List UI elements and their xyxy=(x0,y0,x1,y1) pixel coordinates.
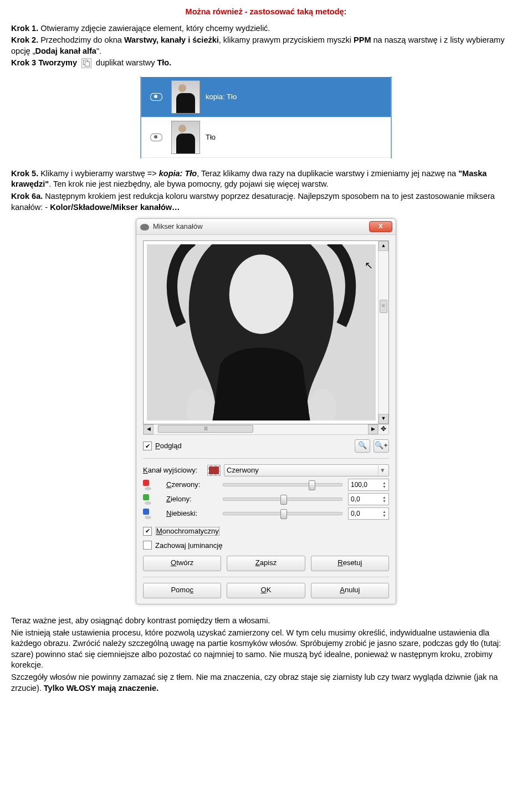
channel-color-swatch xyxy=(207,465,221,476)
scroll-right-arrow-icon[interactable]: ▶ xyxy=(368,424,378,434)
step2-text: Krok 2. Przechodzimy do okna Warstwy, ka… xyxy=(11,35,521,57)
visibility-eye-icon[interactable] xyxy=(150,93,162,101)
blue-value-input[interactable]: 0,0▲▼ xyxy=(348,507,389,520)
horizontal-scrollbar[interactable]: ◀ Ⅲ ▶ xyxy=(143,424,378,435)
dropdown-arrow-icon: ▾ xyxy=(378,465,386,475)
dialog-titlebar[interactable]: Mikser kanałów X xyxy=(136,219,396,235)
divider xyxy=(143,458,389,459)
monochrome-checkbox[interactable]: ✔ xyxy=(143,527,152,536)
preview-image xyxy=(147,244,376,420)
paint-green-icon xyxy=(143,494,153,504)
preview-area: ▲ ≡ ▼ ↖ xyxy=(143,240,389,424)
help-button[interactable]: Pomoc xyxy=(143,583,221,598)
scroll-left-arrow-icon[interactable]: ◀ xyxy=(144,424,154,434)
step2-label: Krok 2. xyxy=(11,35,38,44)
preview-row: ✔ Podgląd 🔍 🔍+ xyxy=(143,439,389,453)
green-row: Zielony: 0,0▲▼ xyxy=(143,493,389,505)
output-channel-value: Czerwony xyxy=(227,465,259,475)
vertical-scrollbar[interactable]: ▲ ≡ ▼ xyxy=(378,241,388,424)
layer-name-tlo[interactable]: Tło xyxy=(206,132,391,142)
layer-thumbnail xyxy=(171,80,200,114)
layer-thumbnail xyxy=(171,121,200,154)
divider xyxy=(143,577,389,577)
close-button[interactable]: X xyxy=(369,221,392,232)
preserve-luminance-checkbox[interactable] xyxy=(143,541,152,550)
red-label: Czerwony: xyxy=(166,480,217,490)
step1-body: Otwieramy zdjęcie zawierające element, k… xyxy=(38,24,270,33)
zoom-out-button[interactable]: 🔍 xyxy=(355,439,370,453)
zoom-in-button[interactable]: 🔍+ xyxy=(374,439,389,453)
channel-mixer-dialog: Mikser kanałów X xyxy=(136,218,396,604)
open-button[interactable]: Otwórz xyxy=(143,556,221,571)
green-label: Zielony: xyxy=(166,494,217,504)
reset-button[interactable]: Resetuj xyxy=(311,556,389,571)
step5-text: Krok 5. Klikamy i wybieramy warstwę => k… xyxy=(11,168,521,190)
paint-red-icon xyxy=(143,480,153,490)
blue-slider[interactable] xyxy=(223,512,342,515)
monochrome-label: Monochromatyczny xyxy=(155,526,220,536)
step1-label: Krok 1. xyxy=(11,24,38,33)
blue-row: Niebieski: 0,0▲▼ xyxy=(143,507,389,520)
footer-p3: Szczegóły włosów nie powinny zamazać się… xyxy=(11,672,521,694)
paint-blue-icon xyxy=(143,509,153,519)
red-value-input[interactable]: 100,0▲▼ xyxy=(348,479,389,491)
layer-row-kopia[interactable]: kopia: Tło xyxy=(141,77,391,117)
step6-label: Krok 6a. xyxy=(11,192,43,201)
step3-text: Krok 3 Tworzymy duplikat warstwy Tło. xyxy=(11,58,521,69)
scroll-thumb[interactable]: ≡ xyxy=(380,300,387,313)
scroll-thumb[interactable]: Ⅲ xyxy=(158,425,253,433)
scroll-down-arrow-icon[interactable]: ▼ xyxy=(378,414,388,424)
green-slider[interactable] xyxy=(223,498,342,501)
page-title: Można również - zastosować taką metodę: xyxy=(11,7,521,18)
output-channel-label: Kanał wyjściowy: xyxy=(143,465,204,475)
green-value-input[interactable]: 0,0▲▼ xyxy=(348,493,389,505)
step1-text: Krok 1. Otwieramy zdjęcie zawierające el… xyxy=(11,23,521,34)
footer-p2: Nie istnieją stałe ustawienia procesu, k… xyxy=(11,628,521,671)
gimp-wilber-icon xyxy=(140,222,150,232)
layer-row-tlo[interactable]: Tło xyxy=(141,117,391,158)
red-row: Czerwony: 100,0▲▼ xyxy=(143,479,389,491)
visibility-eye-icon[interactable] xyxy=(150,134,162,141)
svg-point-1 xyxy=(229,255,294,334)
output-channel-row: Kanał wyjściowy: Czerwony ▾ xyxy=(143,464,389,476)
dialog-title: Mikser kanałów xyxy=(153,222,369,232)
layer-name-kopia[interactable]: kopia: Tło xyxy=(206,92,391,102)
preview-label: Podgląd xyxy=(155,441,182,451)
duplicate-layer-icon xyxy=(81,58,91,68)
blue-label: Niebieski: xyxy=(166,509,217,519)
cursor-arrow-icon: ↖ xyxy=(365,259,373,272)
step6-text: Krok 6a. Następnym krokiem jest redukcja… xyxy=(11,191,521,213)
move-tool-icon[interactable]: ✥ xyxy=(378,424,389,435)
step5-label: Krok 5. xyxy=(11,169,38,178)
red-slider[interactable] xyxy=(223,483,342,486)
layers-panel: kopia: Tło Tło xyxy=(140,76,392,158)
preserve-luminance-label: Zachowaj luminancję xyxy=(155,541,222,551)
output-channel-combo[interactable]: Czerwony ▾ xyxy=(224,464,389,476)
scroll-up-arrow-icon[interactable]: ▲ xyxy=(378,241,388,251)
ok-button[interactable]: OK xyxy=(227,583,305,598)
cancel-button[interactable]: Anuluj xyxy=(311,583,389,598)
footer-p1: Teraz ważne jest, aby osiągnąć dobry kon… xyxy=(11,616,521,627)
preview-checkbox[interactable]: ✔ xyxy=(143,442,152,450)
save-button[interactable]: Zapisz xyxy=(227,556,305,571)
